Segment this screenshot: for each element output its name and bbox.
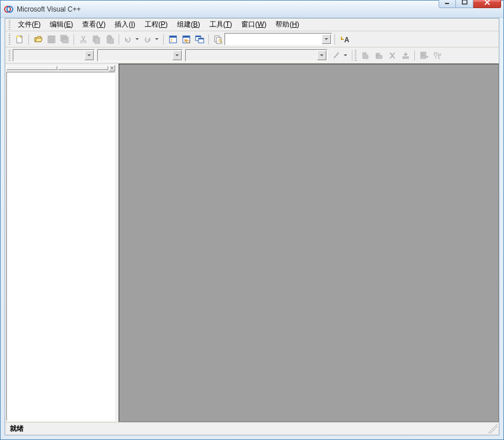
status-bar: 就绪 [5,422,499,435]
wizard-button[interactable] [330,49,350,62]
workspace [5,64,499,422]
svg-rect-24 [183,36,190,38]
svg-rect-21 [171,39,172,40]
compile-button[interactable] [359,49,372,62]
client-area: 文件(F) 编辑(E) 查看(V) 插入(I) 工程(P) 组建(B) 工具(T… [5,18,499,435]
output-window-button[interactable] [179,33,193,46]
menu-tools[interactable]: 工具(T) [205,19,236,31]
toolbar1-grip[interactable] [9,34,10,45]
svg-rect-29 [198,38,204,39]
toolbar2-grip2[interactable] [355,50,356,61]
undo-button[interactable] [122,33,141,46]
build-toolbar [5,47,499,64]
menu-view[interactable]: 查看(V) [78,19,109,31]
close-button[interactable] [473,0,501,8]
menu-project[interactable]: 工程(P) [141,19,172,31]
open-button[interactable] [31,33,45,46]
find-in-files-button[interactable] [211,33,225,46]
svg-rect-3 [462,0,467,4]
svg-rect-22 [171,41,172,42]
build-button[interactable] [372,49,385,62]
go-button[interactable] [417,49,431,62]
app-window: Microsoft Visual C++ 文件(F) 编辑(E) 查看(V) 插… [0,0,504,440]
config-combo[interactable] [13,49,95,61]
svg-rect-11 [64,38,67,39]
workspace-panel-header[interactable] [6,65,115,71]
svg-rect-17 [108,35,111,37]
menu-help[interactable]: 帮助(H) [271,19,303,31]
menu-edit[interactable]: 编辑(E) [46,19,77,31]
svg-rect-18 [109,39,113,43]
window-controls [439,0,501,8]
menu-build[interactable]: 组建(B) [173,19,204,31]
svg-point-13 [84,41,86,43]
find-combo-input[interactable] [225,34,321,45]
menu-window[interactable]: 窗口(W) [237,19,270,31]
svg-rect-7 [50,36,53,39]
menu-bar: 文件(F) 编辑(E) 查看(V) 插入(I) 工程(P) 组建(B) 工具(T… [5,19,499,31]
cut-button[interactable] [76,33,90,46]
menu-insert[interactable]: 插入(I) [111,19,139,31]
status-text: 就绪 [10,424,24,434]
execute-button[interactable] [399,49,412,62]
insert-breakpoint-button[interactable] [431,49,444,62]
platform-combo[interactable] [185,49,328,61]
svg-text:A: A [344,36,349,44]
copy-button[interactable] [90,33,103,46]
toolbar2-grip1[interactable] [9,50,10,61]
panel-close-button[interactable] [109,65,115,71]
workspace-tree[interactable] [6,72,115,421]
redo-button[interactable] [141,33,161,46]
save-all-button[interactable] [58,33,71,46]
minimize-button[interactable] [439,0,456,8]
workspace-window-button[interactable] [166,33,179,46]
svg-rect-27 [196,36,201,37]
title-bar: Microsoft Visual C++ [1,1,503,18]
menu-file[interactable]: 文件(F) [14,19,45,31]
svg-point-34 [341,36,342,37]
svg-rect-20 [170,36,176,38]
find-combo-drop[interactable] [322,34,331,44]
app-icon [4,5,13,14]
menubar-grip[interactable] [9,20,10,30]
maximize-button[interactable] [456,0,473,8]
panel-grip[interactable] [58,66,109,70]
save-button[interactable] [45,33,58,46]
paste-button[interactable] [103,33,116,46]
standard-toolbar: A [5,31,499,47]
panel-grip[interactable] [6,66,57,70]
find-next-button[interactable]: A [337,33,351,46]
svg-point-5 [16,35,19,38]
svg-rect-15 [95,38,100,43]
find-combo[interactable] [225,33,332,45]
svg-point-12 [80,41,83,43]
mdi-client-area [119,64,499,422]
window-list-button[interactable] [193,33,206,46]
workspace-panel [5,64,116,422]
stop-build-button[interactable] [385,49,399,62]
svg-rect-8 [50,40,53,42]
svg-rect-39 [403,57,409,58]
resize-grip[interactable] [488,424,498,434]
svg-rect-37 [376,53,380,56]
target-combo[interactable] [97,49,183,61]
new-file-button[interactable] [13,33,26,46]
window-title: Microsoft Visual C++ [17,5,439,13]
